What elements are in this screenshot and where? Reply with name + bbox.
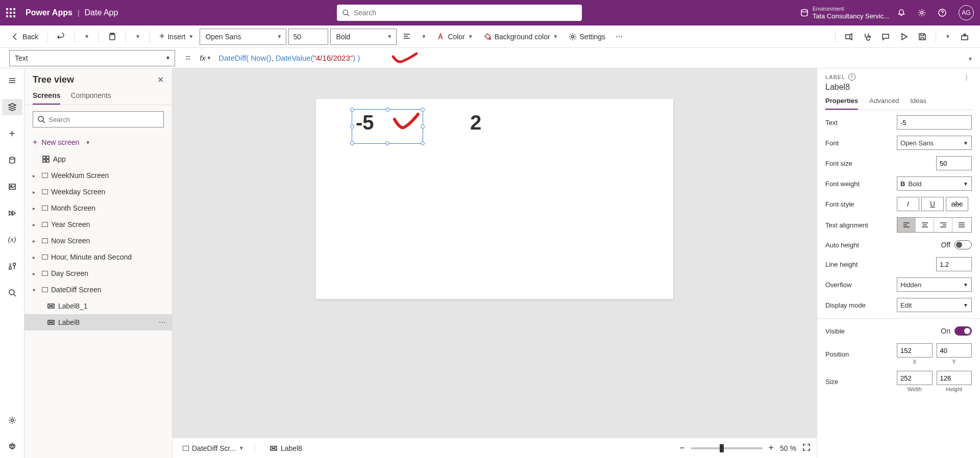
underline-button[interactable]: U — [921, 197, 944, 211]
prop-width-input[interactable] — [897, 371, 933, 385]
prop-height-input[interactable] — [937, 371, 972, 385]
help-button[interactable] — [938, 9, 946, 17]
prop-displaymode-select[interactable]: Edit▼ — [897, 298, 972, 312]
tree-screen-node[interactable]: ▸Year Screen — [24, 216, 172, 233]
undo-more[interactable]: ▼ — [80, 31, 93, 42]
props-collapse-button[interactable]: 〉 — [965, 73, 972, 83]
prop-y-input[interactable] — [937, 343, 972, 358]
tree-screen-node[interactable]: ▸Month Screen — [24, 200, 172, 216]
fit-screen-button[interactable] — [802, 443, 811, 453]
search-input[interactable] — [354, 9, 577, 17]
tree-screen-node[interactable]: ▸Day Screen — [24, 265, 172, 282]
paste-more[interactable]: ▼ — [131, 31, 144, 42]
save-more[interactable]: ▼ — [941, 31, 954, 42]
prop-x-input[interactable] — [897, 343, 933, 358]
font-size-input[interactable]: 50 — [288, 29, 328, 45]
tab-advanced[interactable]: Advanced — [869, 97, 899, 110]
zoom-slider[interactable] — [691, 447, 763, 449]
font-select[interactable]: Open Sans▼ — [200, 29, 286, 45]
share-button[interactable] — [841, 30, 857, 44]
rail-virtual-agent[interactable] — [2, 438, 22, 454]
property-select[interactable]: Text▼ — [9, 50, 175, 66]
font-weight-select[interactable]: Bold▼ — [330, 29, 397, 45]
resize-handle[interactable] — [350, 108, 354, 112]
insert-button[interactable]: +Insert▼ — [155, 28, 198, 45]
canvas-label8_1[interactable]: 2 — [470, 111, 481, 134]
waffle-icon[interactable] — [6, 8, 15, 17]
align-center-button[interactable] — [916, 218, 934, 232]
resize-handle[interactable] — [421, 141, 425, 145]
prop-text-input[interactable] — [897, 115, 972, 130]
fx-label[interactable]: fx▼ — [200, 54, 212, 62]
tab-ideas[interactable]: Ideas — [910, 97, 926, 110]
resize-handle[interactable] — [350, 141, 354, 145]
rail-variables[interactable]: (x) — [2, 232, 22, 248]
save-button[interactable] — [914, 30, 930, 44]
formula-input[interactable]: DateDiff( Now(), DateValue("4/16/2023") … — [213, 54, 961, 62]
tree-screen-node[interactable]: ▸Weekday Screen — [24, 184, 172, 200]
global-search[interactable] — [337, 5, 582, 21]
environment-picker[interactable]: Environment Tata Consultancy Servic... — [800, 6, 889, 20]
rail-settings[interactable] — [2, 412, 22, 428]
new-screen-button[interactable]: + New screen ▼ — [24, 134, 172, 151]
resize-handle[interactable] — [421, 108, 425, 112]
resize-handle[interactable] — [385, 141, 389, 145]
resize-handle[interactable] — [385, 108, 389, 112]
tab-screens[interactable]: Screens — [33, 91, 60, 105]
publish-button[interactable] — [957, 30, 973, 44]
zoom-in-button[interactable]: + — [769, 443, 774, 453]
prop-font-select[interactable]: Open Sans▼ — [897, 136, 972, 150]
tree-app-node[interactable]: App — [24, 151, 172, 167]
tree-item-more[interactable]: ⋯ — [159, 318, 166, 326]
align-justify-button[interactable] — [952, 218, 971, 232]
settings-button[interactable] — [918, 9, 926, 17]
autoheight-toggle[interactable] — [954, 240, 972, 249]
rail-tree-view[interactable] — [2, 99, 22, 115]
breadcrumb-screen[interactable]: DateDiff Scr...▼ — [179, 442, 248, 454]
paste-button[interactable] — [104, 30, 120, 44]
prop-fontsize-input[interactable] — [936, 156, 972, 170]
resize-handle[interactable] — [421, 124, 425, 129]
notifications-button[interactable] — [897, 9, 905, 17]
color-button[interactable]: Color▼ — [432, 30, 477, 44]
prop-overflow-select[interactable]: Hidden▼ — [897, 277, 972, 292]
visible-toggle[interactable] — [954, 326, 972, 336]
align-button[interactable] — [399, 30, 415, 44]
tree-search[interactable] — [33, 111, 164, 128]
more-commands[interactable]: ⋯ — [611, 30, 627, 44]
rail-advanced-tools[interactable] — [2, 258, 22, 274]
rail-data[interactable] — [2, 152, 22, 168]
help-icon[interactable]: ? — [848, 73, 855, 81]
resize-handle[interactable] — [350, 124, 354, 129]
app-canvas[interactable]: -5 2 — [316, 99, 673, 299]
rail-power-automate[interactable] — [2, 205, 22, 221]
zoom-thumb[interactable] — [720, 444, 724, 452]
align-more[interactable]: ▼ — [417, 31, 430, 42]
user-avatar[interactable]: AG — [959, 5, 974, 20]
rail-insert[interactable]: + — [2, 125, 22, 142]
tree-screen-node[interactable]: ▸WeekNum Screen — [24, 167, 172, 184]
prop-fontweight-select[interactable]: BBold▼ — [897, 176, 972, 191]
preview-button[interactable] — [896, 30, 912, 44]
canvas-label8[interactable]: -5 — [356, 111, 374, 134]
tree-screen-node[interactable]: ▸Now Screen — [24, 233, 172, 249]
undo-button[interactable] — [53, 30, 69, 44]
bgcolor-button[interactable]: Background color▼ — [479, 30, 562, 44]
align-left-button[interactable] — [897, 218, 916, 232]
tab-components[interactable]: Components — [70, 91, 111, 105]
tree-close-button[interactable]: ✕ — [157, 75, 164, 85]
control-name[interactable]: Label8 — [825, 83, 972, 92]
tree-screen-node-expanded[interactable]: ▾DateDiff Screen — [24, 282, 172, 298]
prop-lineheight-input[interactable] — [936, 257, 972, 271]
tab-properties[interactable]: Properties — [825, 97, 858, 110]
zoom-out-button[interactable]: − — [679, 443, 685, 453]
rail-hamburger[interactable] — [2, 72, 22, 89]
back-button[interactable]: Back — [7, 30, 42, 44]
tree-control-node-selected[interactable]: Label8⋯ — [24, 314, 172, 330]
tree-screen-node[interactable]: ▸Hour, Minute and Second — [24, 249, 172, 265]
app-settings-button[interactable]: Settings — [565, 30, 610, 44]
italic-button[interactable]: I — [897, 197, 919, 211]
formula-expand[interactable]: ▼ — [961, 54, 980, 62]
breadcrumb-control[interactable]: Label8 — [265, 442, 306, 454]
rail-search[interactable] — [2, 285, 22, 301]
